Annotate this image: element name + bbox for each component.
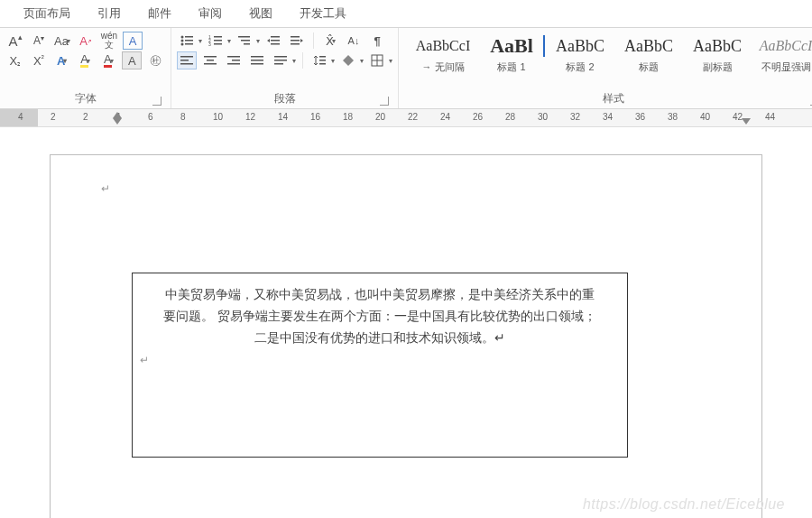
svg-rect-33 (251, 60, 263, 61)
svg-rect-29 (227, 56, 240, 58)
svg-rect-13 (241, 40, 250, 42)
svg-point-0 (181, 36, 184, 39)
distribute-button[interactable] (271, 51, 291, 69)
svg-rect-5 (185, 43, 193, 45)
svg-rect-15 (271, 36, 280, 38)
style-subtle-emphasis[interactable]: AaBbCcI 不明显强调 (754, 35, 812, 74)
styles-gallery[interactable]: AaBbCcI → 无间隔 AaBl 标题 1 AaBbC 标题 2 AaBbC… (404, 32, 812, 74)
text-effects-button[interactable]: A▾ (52, 51, 72, 69)
svg-rect-23 (180, 56, 193, 58)
svg-rect-35 (274, 56, 287, 58)
group-font: A▴ A▾ Aa▾ A⭎ wén文 A X₂ X² A▾ A▾ A▾ A ㊓ 字… (0, 28, 171, 108)
superscript-button[interactable]: X² (29, 51, 49, 69)
line-spacing-button[interactable] (309, 51, 329, 69)
align-center-button[interactable] (200, 51, 220, 69)
svg-rect-1 (185, 36, 193, 38)
multilevel-dd[interactable]: ▾ (256, 37, 260, 45)
grow-font-button[interactable]: A▴ (5, 32, 25, 50)
svg-rect-7 (214, 36, 222, 38)
clear-format-button[interactable]: A⭎ (76, 32, 96, 50)
svg-rect-9 (214, 40, 222, 42)
svg-rect-31 (227, 63, 240, 65)
svg-rect-24 (180, 60, 189, 61)
tab-view[interactable]: 视图 (247, 4, 274, 23)
style-heading-2[interactable]: AaBbC 标题 2 (549, 35, 612, 74)
tab-developer[interactable]: 开发工具 (298, 4, 348, 23)
bullets-button[interactable] (177, 32, 197, 50)
group-styles: AaBbCcI → 无间隔 AaBl 标题 1 AaBbC 标题 2 AaBbC… (399, 28, 812, 108)
font-color-button[interactable]: A▾ (98, 51, 118, 69)
svg-rect-38 (319, 56, 326, 58)
bullets-dd[interactable]: ▾ (198, 37, 202, 45)
align-right-button[interactable] (224, 51, 244, 69)
document-area[interactable]: ↵ 中美贸易争端，又称中美贸易战，也叫中美贸易摩擦，是中美经济关系中的重要问题。… (0, 127, 812, 518)
svg-rect-32 (251, 56, 263, 58)
svg-rect-28 (204, 63, 217, 65)
ribbon-tabs: 页面布局 引用 邮件 审阅 视图 开发工具 (0, 0, 812, 28)
char-shading-button[interactable]: A (122, 51, 142, 69)
svg-rect-12 (238, 36, 250, 38)
group-paragraph: ▾ 123 ▾ ▾ X̂▾ A↓ ¶ (171, 28, 399, 108)
style-subtitle[interactable]: AaBbC 副标题 (686, 35, 749, 74)
multilevel-button[interactable] (235, 32, 254, 50)
tab-review[interactable]: 审阅 (197, 4, 224, 23)
numbering-dd[interactable]: ▾ (227, 37, 231, 45)
style-heading-1[interactable]: AaBl 标题 1 (480, 35, 543, 74)
svg-marker-18 (267, 39, 270, 42)
paragraph-mark-icon: ↵ (101, 182, 110, 195)
tab-mailings[interactable]: 邮件 (146, 4, 173, 23)
style-title[interactable]: AaBbC 标题 (617, 35, 680, 74)
pinyin-guide-button[interactable]: wén文 (99, 32, 119, 50)
svg-rect-36 (274, 60, 287, 61)
paragraph-dialog-launcher[interactable] (380, 97, 389, 106)
svg-rect-34 (251, 63, 263, 65)
subscript-button[interactable]: X₂ (5, 51, 25, 69)
svg-point-2 (181, 40, 184, 42)
decrease-indent-button[interactable] (263, 32, 283, 50)
increase-indent-button[interactable] (287, 32, 307, 50)
svg-marker-22 (300, 39, 303, 42)
shading-button[interactable] (338, 51, 358, 69)
numbering-button[interactable]: 123 (206, 32, 226, 50)
change-case-button[interactable]: Aa▾ (52, 32, 72, 50)
svg-rect-40 (319, 63, 326, 65)
tab-page-layout[interactable]: 页面布局 (22, 4, 72, 23)
page[interactable]: ↵ 中美贸易争端，又称中美贸易战，也叫中美贸易摩擦，是中美经济关系中的重要问题。… (50, 154, 762, 518)
font-dialog-launcher[interactable] (152, 97, 161, 106)
align-left-button[interactable] (177, 51, 197, 69)
char-border-button[interactable]: A (123, 32, 143, 50)
borders-dd[interactable]: ▾ (389, 57, 392, 65)
show-marks-button[interactable]: ¶ (367, 32, 387, 50)
asian-layout-button[interactable]: X̂▾ (320, 32, 340, 50)
svg-rect-14 (244, 43, 250, 45)
horizontal-ruler[interactable]: 4224681012141618202224262830323436384042… (0, 109, 812, 127)
svg-rect-21 (291, 43, 300, 45)
style-no-spacing[interactable]: AaBbCcI → 无间隔 (411, 35, 475, 74)
sort-button[interactable]: A↓ (344, 32, 364, 50)
tab-references[interactable]: 引用 (96, 4, 123, 23)
borders-button[interactable] (367, 51, 387, 69)
shrink-font-button[interactable]: A▾ (29, 32, 49, 50)
svg-rect-30 (232, 60, 240, 61)
paragraph-mark-icon: ↵ (140, 351, 149, 369)
svg-rect-16 (271, 40, 280, 42)
svg-rect-25 (180, 63, 193, 65)
svg-rect-26 (204, 56, 217, 58)
svg-rect-37 (274, 63, 283, 65)
svg-text:3: 3 (208, 42, 211, 47)
svg-point-4 (181, 43, 184, 46)
distribute-dd[interactable]: ▾ (292, 57, 296, 65)
ribbon: A▴ A▾ Aa▾ A⭎ wén文 A X₂ X² A▾ A▾ A▾ A ㊓ 字… (0, 28, 812, 109)
group-font-label: 字体 (5, 89, 165, 108)
textbox-content[interactable]: 中美贸易争端，又称中美贸易战，也叫中美贸易摩擦，是中美经济关系中的重要问题。 贸… (163, 288, 596, 345)
svg-rect-3 (185, 40, 193, 42)
shading-dd[interactable]: ▾ (360, 57, 364, 65)
justify-button[interactable] (247, 51, 267, 69)
highlight-button[interactable]: A▾ (76, 51, 96, 69)
group-paragraph-label: 段落 (177, 89, 392, 108)
svg-rect-20 (291, 40, 300, 42)
group-styles-label: 样式 (404, 89, 812, 108)
line-spacing-dd[interactable]: ▾ (331, 57, 335, 65)
enclose-char-button[interactable]: ㊓ (145, 51, 165, 69)
text-box[interactable]: 中美贸易争端，又称中美贸易战，也叫中美贸易摩擦，是中美经济关系中的重要问题。 贸… (132, 273, 628, 458)
